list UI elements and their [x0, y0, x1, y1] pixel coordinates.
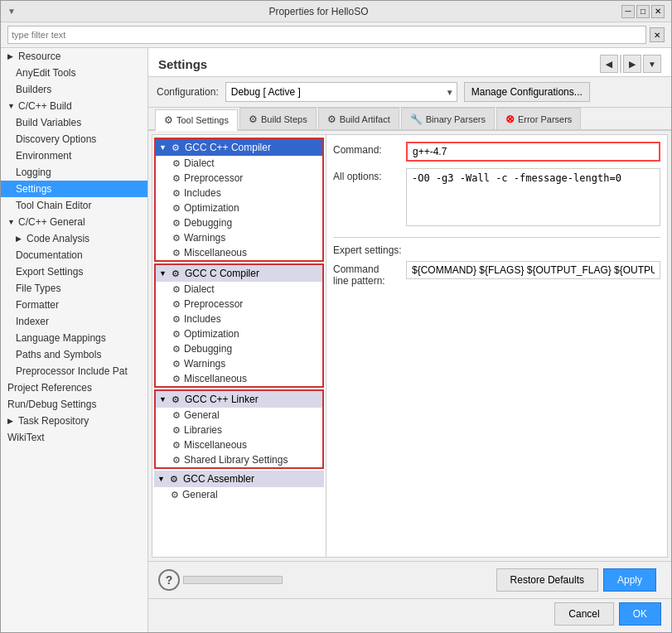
- sidebar-item-label: C/C++ Build: [18, 100, 72, 112]
- tab-errorparsers[interactable]: ⊗ Error Parsers: [496, 108, 581, 129]
- gcc-c-compiler-section: ▼ ⚙ GCC C Compiler ⚙ Dialect ⚙ Preproces…: [154, 263, 324, 388]
- sidebar-item-cppgeneral[interactable]: ▼ C/C++ General: [1, 214, 147, 230]
- settings-detail: Command: All options: -O0 -g3 -Wall -c -…: [326, 135, 667, 557]
- sidebar: ▶ Resource AnyEdit Tools Builders ▼ C/C+…: [1, 48, 148, 632]
- sidebar-item-filetypes[interactable]: File Types: [1, 280, 147, 297]
- tree-item-misc-linker[interactable]: ⚙ Miscellaneous: [156, 437, 322, 452]
- sidebar-item-rundebug[interactable]: Run/Debug Settings: [1, 396, 147, 413]
- tree-item-general-linker[interactable]: ⚙ General: [156, 408, 322, 423]
- tree-item-dialect[interactable]: ⚙ Dialect: [156, 156, 322, 171]
- apply-btn[interactable]: Apply: [603, 568, 656, 592]
- sidebar-item-label: C/C++ General: [18, 216, 85, 228]
- config-select[interactable]: Debug [ Active ] Release Default: [225, 82, 457, 102]
- sidebar-item-documentation[interactable]: Documentation: [1, 247, 147, 263]
- nav-fwd-btn[interactable]: ▶: [623, 55, 641, 73]
- filter-input[interactable]: [7, 26, 646, 44]
- sidebar-item-label: Logging: [16, 167, 51, 178]
- nav-back-btn[interactable]: ◀: [600, 55, 618, 73]
- alloptions-textarea[interactable]: -O0 -g3 -Wall -c -fmessage-length=0: [406, 168, 660, 226]
- collapse-icon: ▼: [157, 475, 165, 483]
- cmdpattern-input[interactable]: [406, 261, 660, 279]
- tab-toolsettings[interactable]: ⚙ Tool Settings: [155, 109, 238, 131]
- sidebar-item-builders[interactable]: Builders: [1, 81, 147, 98]
- sidebar-item-environment[interactable]: Environment: [1, 147, 147, 164]
- sidebar-item-label: Indexer: [16, 316, 49, 327]
- scrollbar-indicator[interactable]: [183, 576, 283, 584]
- close-btn[interactable]: ✕: [651, 5, 665, 18]
- ok-btn[interactable]: OK: [619, 602, 661, 626]
- expand-icon: ▶: [7, 52, 16, 60]
- tab-label: Build Artifact: [340, 114, 390, 124]
- manage-configurations-btn[interactable]: Manage Configurations...: [464, 82, 590, 102]
- gcc-cpp-linker-header[interactable]: ▼ ⚙ GCC C++ Linker: [156, 391, 322, 408]
- expand-icon: ▼: [7, 102, 16, 110]
- tree-item-debugging-c[interactable]: ⚙ Debugging: [156, 341, 322, 356]
- cmdpattern-label: Command line pattern:: [333, 261, 399, 287]
- sidebar-item-label: Resource: [18, 51, 60, 62]
- buildartifact-icon: ⚙: [327, 114, 336, 125]
- sidebar-item-langmappings[interactable]: Language Mappings: [1, 330, 147, 346]
- tree-item-includes-cpp[interactable]: ⚙ Includes: [156, 186, 322, 201]
- gear-icon: ⚙: [172, 218, 181, 229]
- minimize-btn[interactable]: ─: [621, 5, 635, 18]
- tree-item-label: Libraries: [184, 424, 222, 436]
- tree-item-misc-cpp[interactable]: ⚙ Miscellaneous: [156, 245, 322, 260]
- tab-binaryparsers[interactable]: 🔧 Binary Parsers: [401, 108, 495, 129]
- filter-bar: ✕: [1, 22, 671, 48]
- gcc-assembler-header[interactable]: ▼ ⚙ GCC Assembler: [154, 471, 324, 487]
- tree-item-sharedlibsettings[interactable]: ⚙ Shared Library Settings: [156, 452, 322, 467]
- tree-item-includes-c[interactable]: ⚙ Includes: [156, 312, 322, 326]
- gear-icon: ⚙: [172, 158, 181, 169]
- sidebar-item-resource[interactable]: ▶ Resource: [1, 48, 147, 65]
- command-value-wrapper: [406, 142, 660, 162]
- maximize-btn[interactable]: □: [636, 5, 650, 18]
- gcc-cpp-linker-label: GCC C++ Linker: [185, 394, 259, 405]
- tree-item-optimization-cpp[interactable]: ⚙ Optimization: [156, 201, 322, 215]
- sidebar-item-settings[interactable]: Settings: [1, 181, 147, 197]
- expand-icon: ▶: [16, 234, 24, 243]
- sidebar-item-formatter[interactable]: Formatter: [1, 297, 147, 313]
- filter-clear-btn[interactable]: ✕: [650, 27, 665, 42]
- tree-item-debugging-cpp[interactable]: ⚙ Debugging: [156, 215, 322, 230]
- sidebar-item-cppbuild[interactable]: ▼ C/C++ Build: [1, 98, 147, 114]
- tree-item-libraries[interactable]: ⚙ Libraries: [156, 423, 322, 437]
- nav-buttons: ◀ ▶ ▼: [600, 55, 661, 73]
- sidebar-item-anyedit[interactable]: AnyEdit Tools: [1, 65, 147, 81]
- sidebar-item-preprocessor[interactable]: Preprocessor Include Pat: [1, 363, 147, 379]
- sidebar-item-exportsettings[interactable]: Export Settings: [1, 263, 147, 280]
- gcc-c-compiler-header[interactable]: ▼ ⚙ GCC C Compiler: [156, 265, 322, 282]
- errorparsers-icon: ⊗: [505, 113, 515, 125]
- sidebar-item-wikitext[interactable]: WikiText: [1, 429, 147, 446]
- sidebar-item-projrefs[interactable]: Project References: [1, 379, 147, 396]
- help-btn[interactable]: ?: [158, 569, 180, 591]
- sidebar-item-pathssymbols[interactable]: Paths and Symbols: [1, 346, 147, 363]
- tree-item-warnings-c[interactable]: ⚙ Warnings: [156, 356, 322, 371]
- sidebar-item-codeanalysis[interactable]: ▶ Code Analysis: [1, 230, 147, 247]
- command-input[interactable]: [406, 142, 660, 162]
- sidebar-item-discovery[interactable]: Discovery Options: [1, 131, 147, 147]
- gcc-cpp-compiler-icon: ⚙: [172, 143, 180, 153]
- toolsettings-icon: ⚙: [164, 114, 173, 126]
- sidebar-item-toolchain[interactable]: Tool Chain Editor: [1, 197, 147, 214]
- title-bar: ▼ Properties for HelloSO ─ □ ✕: [1, 1, 671, 22]
- tree-item-warnings-cpp[interactable]: ⚙ Warnings: [156, 230, 322, 245]
- tab-buildartifact[interactable]: ⚙ Build Artifact: [318, 108, 399, 129]
- gcc-cpp-compiler-header[interactable]: ▼ ⚙ GCC C++ Compiler: [156, 139, 322, 156]
- restore-defaults-btn[interactable]: Restore Defaults: [496, 568, 598, 592]
- tree-item-dialect-c[interactable]: ⚙ Dialect: [156, 282, 322, 297]
- tree-item-preprocessor[interactable]: ⚙ Preprocessor: [156, 171, 322, 186]
- sidebar-item-buildvars[interactable]: Build Variables: [1, 114, 147, 131]
- sidebar-item-label: Formatter: [16, 299, 59, 311]
- tree-item-misc-c[interactable]: ⚙ Miscellaneous: [156, 371, 322, 386]
- alloptions-label: All options:: [333, 168, 399, 182]
- tree-item-preprocessor-c[interactable]: ⚙ Preprocessor: [156, 297, 322, 312]
- tree-item-general-assembler[interactable]: ⚙ General: [154, 487, 324, 502]
- sidebar-item-logging[interactable]: Logging: [1, 164, 147, 181]
- tree-item-optimization-c[interactable]: ⚙ Optimization: [156, 326, 322, 341]
- sidebar-item-taskrepo[interactable]: ▶ Task Repository: [1, 413, 147, 429]
- sidebar-item-indexer[interactable]: Indexer: [1, 313, 147, 330]
- nav-down-btn[interactable]: ▼: [643, 55, 661, 73]
- tab-buildsteps[interactable]: ⚙ Build Steps: [239, 108, 317, 129]
- gear-icon: ⚙: [172, 188, 181, 199]
- cancel-btn[interactable]: Cancel: [554, 602, 613, 626]
